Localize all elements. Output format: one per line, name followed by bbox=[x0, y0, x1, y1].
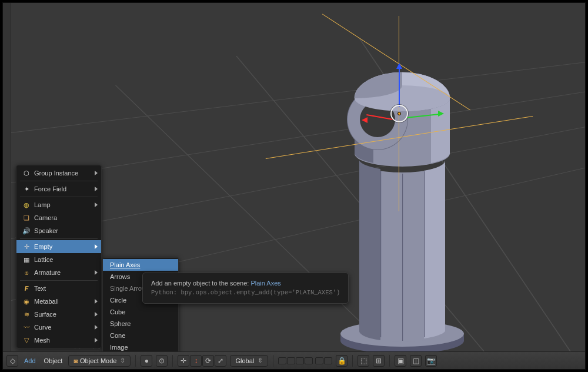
mode-selector[interactable]: ◙ Object Mode ⇳ bbox=[68, 355, 131, 367]
menu-item-speaker[interactable]: 🔊Speaker bbox=[16, 224, 101, 237]
camera-icon: ❏ bbox=[21, 214, 32, 222]
add-menu[interactable]: ⬡Group Instance ✦Force Field ◍Lamp ❏Came… bbox=[16, 165, 102, 348]
speaker-icon: 🔊 bbox=[21, 227, 32, 235]
chevron-right-icon bbox=[95, 187, 98, 191]
menu-item-label: Metaball bbox=[34, 298, 59, 305]
menu-item-text[interactable]: FText bbox=[16, 282, 101, 295]
tooltip: Add an empty object to the scene: Plain … bbox=[142, 273, 349, 304]
separator bbox=[352, 355, 353, 367]
tooltip-python-label: Python: bbox=[151, 289, 177, 296]
orientation-label: Global bbox=[235, 357, 254, 364]
mode-label: Object Mode bbox=[80, 357, 116, 364]
orientation-selector[interactable]: Global ⇳ bbox=[230, 355, 268, 367]
metaball-icon: ◉ bbox=[21, 298, 32, 305]
render-preview-icon[interactable]: ▣ bbox=[395, 355, 406, 367]
tooltip-highlight: Plain Axes bbox=[250, 280, 280, 287]
chevron-right-icon bbox=[95, 244, 98, 249]
submenu-item-label: Arrows bbox=[110, 273, 130, 280]
chevron-right-icon bbox=[95, 171, 98, 175]
menu-item-armature[interactable]: ⍟Armature bbox=[16, 266, 101, 279]
submenu-item-label: Cone bbox=[110, 332, 125, 339]
force-icon: ✦ bbox=[21, 185, 32, 193]
menu-item-mesh[interactable]: ▽Mesh bbox=[16, 334, 101, 347]
empty-icon: ✛ bbox=[21, 243, 32, 251]
render-border-icon[interactable]: ◫ bbox=[410, 355, 422, 367]
mesh-icon: ▽ bbox=[21, 337, 32, 344]
svg-rect-3 bbox=[402, 174, 403, 341]
menu-item-label: Lattice bbox=[34, 256, 53, 263]
translate-manipulator-icon[interactable]: ↕ bbox=[190, 355, 202, 367]
menu-item-label: Camera bbox=[34, 214, 57, 221]
manipulator-toggle-group: ✛ ↕ ⟳ ⤢ bbox=[178, 355, 226, 367]
menu-item-label: Force Field bbox=[34, 185, 66, 192]
submenu-item-cube[interactable]: Cube bbox=[103, 306, 178, 318]
armature-icon: ⍟ bbox=[21, 269, 32, 276]
snap-target-icon[interactable]: ⊞ bbox=[373, 355, 385, 367]
menu-item-surface[interactable]: ≋Surface bbox=[16, 308, 101, 321]
3d-viewport[interactable]: (0) EmptyPisto ⬡Group Instance ✦Force Fi… bbox=[11, 3, 585, 351]
empty-submenu[interactable]: Plain Axes Arrows Single Arrow Circle Cu… bbox=[102, 257, 179, 351]
tooltip-text: Add an empty object to the scene: bbox=[151, 280, 249, 287]
submenu-item-cone[interactable]: Cone bbox=[103, 330, 178, 341]
separator bbox=[273, 355, 273, 367]
piston-object[interactable] bbox=[329, 56, 482, 351]
submenu-item-label: Cube bbox=[110, 308, 125, 315]
submenu-item-label: Single Arrow bbox=[110, 285, 146, 292]
chevron-updown-icon: ⇳ bbox=[258, 357, 263, 364]
chevron-right-icon bbox=[95, 299, 98, 304]
lamp-icon: ◍ bbox=[21, 201, 32, 209]
curve-icon: 〰 bbox=[21, 324, 32, 331]
menu-item-label: Mesh bbox=[34, 337, 50, 344]
axes-icon: ⬡ bbox=[21, 170, 32, 177]
menu-item-metaball[interactable]: ◉Metaball bbox=[16, 295, 101, 308]
camera-view-icon[interactable]: 📷 bbox=[425, 355, 437, 367]
menu-item-label: Lamp bbox=[34, 201, 51, 208]
lock-camera-icon[interactable]: 🔒 bbox=[336, 355, 348, 367]
add-menu-button[interactable]: Add bbox=[22, 357, 38, 364]
submenu-item-label: Circle bbox=[110, 297, 126, 304]
scale-manipulator-icon[interactable]: ⤢ bbox=[215, 355, 226, 367]
menu-item-group-instance[interactable]: ⬡Group Instance bbox=[16, 167, 101, 180]
menu-item-lamp[interactable]: ◍Lamp bbox=[16, 198, 101, 211]
submenu-item-image[interactable]: Image bbox=[103, 341, 178, 351]
separator bbox=[172, 355, 173, 367]
viewport-header: ◇ Add Object ◙ Object Mode ⇳ ● ⊙ ✛ ↕ ⟳ ⤢… bbox=[3, 351, 585, 369]
chevron-right-icon bbox=[95, 270, 98, 275]
separator bbox=[389, 355, 390, 367]
chevron-right-icon bbox=[95, 202, 98, 207]
object-mode-icon: ◙ bbox=[74, 357, 78, 364]
menu-item-lattice[interactable]: ▦Lattice bbox=[16, 253, 101, 266]
rotate-manipulator-icon[interactable]: ⟳ bbox=[202, 355, 214, 367]
submenu-item-sphere[interactable]: Sphere bbox=[103, 318, 178, 330]
menu-item-label: Armature bbox=[34, 269, 61, 276]
menu-item-label: Empty bbox=[34, 243, 52, 250]
submenu-item-label: Image bbox=[110, 344, 128, 351]
svg-rect-4 bbox=[424, 171, 425, 337]
menu-item-label: Group Instance bbox=[34, 170, 78, 177]
menu-item-camera[interactable]: ❏Camera bbox=[16, 211, 101, 224]
lattice-icon: ▦ bbox=[21, 256, 32, 264]
left-gutter bbox=[3, 3, 11, 351]
menu-item-label: Surface bbox=[34, 311, 56, 318]
menu-item-empty[interactable]: ✛Empty bbox=[16, 240, 101, 253]
snap-icon[interactable]: ⬚ bbox=[358, 355, 369, 367]
text-icon: F bbox=[21, 285, 32, 292]
menu-item-force-field[interactable]: ✦Force Field bbox=[16, 182, 101, 195]
submenu-item-label: Sphere bbox=[110, 320, 131, 327]
manipulator-toggle-icon[interactable]: ✛ bbox=[178, 355, 189, 367]
editor-type-icon[interactable]: ◇ bbox=[6, 355, 18, 367]
chevron-right-icon bbox=[95, 312, 98, 317]
pivot-icon[interactable]: ⊙ bbox=[156, 355, 168, 367]
object-menu-button[interactable]: Object bbox=[42, 357, 65, 364]
layer-buttons[interactable] bbox=[278, 357, 332, 364]
chevron-right-icon bbox=[95, 338, 98, 343]
chevron-updown-icon: ⇳ bbox=[120, 357, 125, 364]
menu-item-label: Speaker bbox=[34, 227, 58, 234]
tooltip-python-code: bpy.ops.object.empty_add(type='PLAIN_AXE… bbox=[181, 289, 340, 296]
submenu-item-plain-axes[interactable]: Plain Axes bbox=[103, 259, 178, 271]
chevron-right-icon bbox=[95, 325, 98, 330]
menu-item-label: Text bbox=[34, 285, 46, 292]
shading-solid-icon[interactable]: ● bbox=[141, 355, 152, 367]
svg-rect-2 bbox=[380, 171, 381, 337]
menu-item-curve[interactable]: 〰Curve bbox=[16, 321, 101, 334]
